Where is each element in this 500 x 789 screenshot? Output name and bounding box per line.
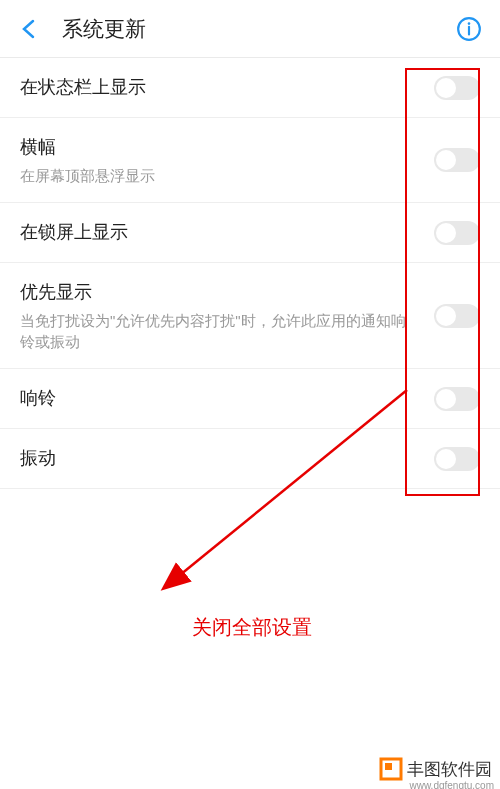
setting-sublabel: 在屏幕顶部悬浮显示 [20, 165, 410, 186]
watermark: 丰图软件园 [375, 755, 496, 783]
setting-text: 响铃 [20, 385, 434, 412]
setting-label: 振动 [20, 445, 434, 472]
settings-list: 在状态栏上显示 横幅 在屏幕顶部悬浮显示 在锁屏上显示 优先显示 当免打扰设为"… [0, 58, 500, 489]
setting-lockscreen: 在锁屏上显示 [0, 203, 500, 263]
setting-label: 优先显示 [20, 279, 434, 306]
setting-text: 优先显示 当免打扰设为"允许优先内容打扰"时，允许此应用的通知响铃或振动 [20, 279, 434, 352]
toggle-banner[interactable] [434, 148, 480, 172]
header: 系统更新 [0, 0, 500, 58]
setting-label: 横幅 [20, 134, 434, 161]
setting-text: 振动 [20, 445, 434, 472]
setting-text: 横幅 在屏幕顶部悬浮显示 [20, 134, 434, 186]
svg-point-2 [468, 22, 471, 25]
setting-banner: 横幅 在屏幕顶部悬浮显示 [0, 118, 500, 203]
watermark-name: 丰图软件园 [407, 758, 492, 781]
setting-label: 响铃 [20, 385, 434, 412]
setting-label: 在锁屏上显示 [20, 219, 434, 246]
annotation-text: 关闭全部设置 [192, 614, 312, 641]
toggle-vibrate[interactable] [434, 447, 480, 471]
setting-vibrate: 振动 [0, 429, 500, 489]
back-icon[interactable] [18, 17, 42, 41]
toggle-priority[interactable] [434, 304, 480, 328]
setting-priority: 优先显示 当免打扰设为"允许优先内容打扰"时，允许此应用的通知响铃或振动 [0, 263, 500, 369]
setting-text: 在状态栏上显示 [20, 74, 434, 101]
svg-rect-4 [381, 759, 401, 779]
setting-sublabel: 当免打扰设为"允许优先内容打扰"时，允许此应用的通知响铃或振动 [20, 310, 410, 352]
page-title: 系统更新 [62, 15, 456, 43]
svg-rect-5 [385, 763, 392, 770]
watermark-url: www.dgfengtu.com [410, 780, 495, 789]
toggle-lockscreen[interactable] [434, 221, 480, 245]
setting-statusbar: 在状态栏上显示 [0, 58, 500, 118]
info-icon[interactable] [456, 16, 482, 42]
setting-text: 在锁屏上显示 [20, 219, 434, 246]
toggle-statusbar[interactable] [434, 76, 480, 100]
setting-sound: 响铃 [0, 369, 500, 429]
watermark-logo-icon [379, 757, 403, 781]
setting-label: 在状态栏上显示 [20, 74, 434, 101]
toggle-sound[interactable] [434, 387, 480, 411]
